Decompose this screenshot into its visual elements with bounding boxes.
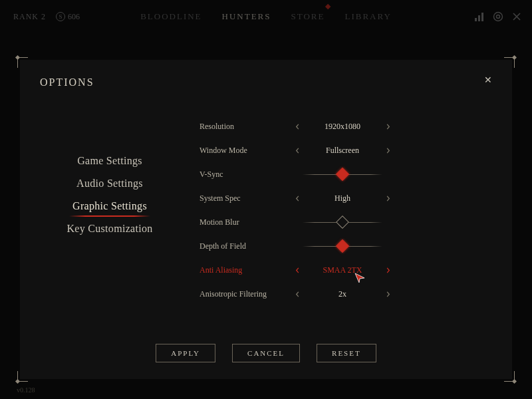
modal-close-button[interactable]: ✕ [484,74,492,86]
apply-button[interactable]: APPLY [156,344,215,362]
toggle[interactable] [303,219,382,225]
corner-ornament [17,57,28,68]
toggle[interactable] [303,243,382,249]
modal-buttons: APPLY CANCEL RESET [20,344,512,362]
chevron-right-icon[interactable] [383,122,392,131]
corner-ornament [504,57,515,68]
setting-label: Anti Aliasing [200,265,293,275]
setting-label: Depth of Field [200,241,293,251]
selector-value: 1920x1080 [302,122,383,132]
setting-row-motion-blur: Motion Blur [200,214,492,230]
setting-row-resolution: Resolution1920x1080 [200,118,492,134]
corner-ornament [17,371,28,382]
toggle[interactable] [303,171,382,178]
chevron-left-icon[interactable] [293,194,302,203]
setting-row-v-sync: V-Sync [200,166,492,182]
modal-title: OPTIONS [40,76,492,88]
selector-value: High [302,194,383,203]
setting-label: V-Sync [200,170,293,180]
setting-row-depth-of-field: Depth of Field [200,238,492,254]
diamond-icon [336,215,349,229]
options-modal: OPTIONS ✕ Game SettingsAudio SettingsGra… [20,60,512,379]
cancel-button[interactable]: CANCEL [232,344,300,362]
setting-label: Anisotropic Filtering [200,289,293,299]
graphic-settings-panel: Resolution1920x1080Window ModeFullscreen… [180,118,492,344]
setting-row-system-spec: System SpecHigh [200,190,492,206]
sidebar-item-key-customization[interactable]: Key Customization [66,223,152,235]
sidebar-item-game-settings[interactable]: Game Settings [77,155,142,167]
chevron-right-icon[interactable] [383,265,392,275]
selector-value: 2x [302,289,383,299]
chevron-left-icon[interactable] [293,146,302,155]
setting-row-anti-aliasing: Anti AliasingSMAA 2TX [200,262,492,278]
chevron-left-icon[interactable] [293,122,302,131]
sidebar-item-audio-settings[interactable]: Audio Settings [76,178,143,190]
chevron-right-icon[interactable] [383,194,392,203]
selector: Fullscreen [293,146,392,156]
chevron-right-icon[interactable] [383,146,392,155]
diamond-icon [336,239,349,253]
setting-label: Motion Blur [200,217,293,227]
selector-value: Fullscreen [302,146,383,156]
setting-label: Resolution [200,122,293,132]
corner-ornament [504,371,515,382]
setting-row-window-mode: Window ModeFullscreen [200,142,492,158]
reset-button[interactable]: RESET [317,344,376,362]
version-label: v0.128 [17,386,35,394]
sidebar-item-graphic-settings[interactable]: Graphic Settings [72,200,147,212]
diamond-icon [336,168,349,181]
chevron-left-icon[interactable] [293,265,302,275]
chevron-right-icon[interactable] [383,289,392,299]
setting-row-anisotropic-filtering: Anisotropic Filtering2x [200,286,492,302]
chevron-left-icon[interactable] [293,289,302,299]
modal-body: Game SettingsAudio SettingsGraphic Setti… [40,118,492,344]
selector: 1920x1080 [293,122,392,132]
selector-value: SMAA 2TX [302,265,383,275]
selector: 2x [293,289,392,299]
setting-label: Window Mode [200,146,293,156]
selector: SMAA 2TX [293,265,392,275]
selector: High [293,194,392,203]
setting-label: System Spec [200,194,293,203]
options-sidebar: Game SettingsAudio SettingsGraphic Setti… [40,118,180,344]
